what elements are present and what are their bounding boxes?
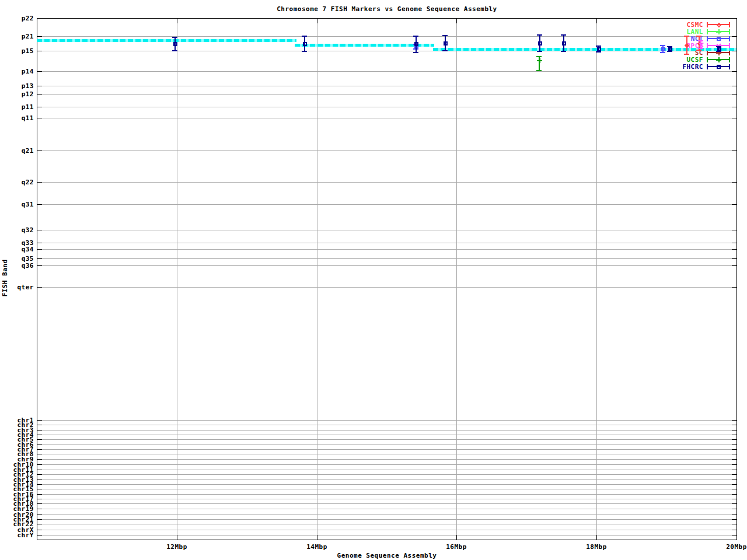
x-axis-label: 14Mbp — [294, 544, 340, 550]
y-tick-left — [37, 230, 42, 230]
error-bar-cap — [302, 36, 307, 37]
y-tick-left — [37, 107, 42, 107]
y-axis-label: p22 — [0, 16, 34, 21]
y-axis-label: p12 — [0, 92, 34, 97]
data-point-fhcrc — [173, 41, 178, 47]
x-axis-label: 16Mbp — [433, 544, 480, 550]
legend-sample-cap — [707, 36, 708, 41]
data-point-fhcrc — [537, 41, 543, 46]
marker-square — [444, 41, 448, 46]
y-axis-label: q34 — [0, 247, 34, 252]
y-tick-right — [732, 454, 736, 454]
legend-label-fhcrc: FHCRC — [642, 64, 703, 69]
error-bar-cap — [698, 40, 703, 41]
marker-plus-h — [716, 32, 721, 33]
x-tick-bottom — [317, 535, 317, 540]
marker-square — [661, 47, 665, 51]
y-tick-right — [732, 499, 736, 499]
chart-canvas: Chromosome 7 FISH Markers vs Genome Sequ… — [0, 0, 747, 560]
y-tick-left — [37, 459, 42, 460]
y-axis-label: q21 — [0, 148, 34, 153]
legend-label-lanl: LANL — [642, 29, 703, 34]
y-tick-right — [732, 494, 736, 495]
marker-plus-h — [716, 60, 721, 61]
y-tick-right — [732, 118, 736, 118]
y-tick-right — [732, 439, 736, 440]
y-tick-left — [37, 118, 42, 118]
marker-square — [668, 47, 672, 51]
error-bar-cap — [536, 56, 542, 57]
data-point-csmc — [685, 43, 690, 48]
y-tick-left — [37, 51, 42, 51]
x-tick-top — [456, 19, 457, 23]
y-axis-label: p14 — [0, 69, 34, 74]
y-tick-right — [732, 107, 736, 107]
y-tick-left — [37, 430, 42, 430]
data-point-fhcrc — [596, 47, 602, 52]
data-point-nci — [661, 47, 666, 52]
error-bar-cap — [696, 36, 701, 37]
y-tick-left — [37, 470, 42, 470]
y-tick-right — [732, 258, 736, 259]
y-axis-label: q11 — [0, 116, 34, 121]
y-tick-left — [37, 420, 42, 421]
x-axis-label: 20Mbp — [713, 544, 747, 550]
legend-sample-cap — [707, 22, 708, 27]
marker-square — [562, 41, 566, 46]
data-point-rpci — [699, 42, 704, 47]
data-point-fhcrc — [561, 41, 567, 46]
y-tick-right — [732, 464, 736, 465]
error-bar-cap — [660, 45, 665, 46]
y-tick-right — [732, 204, 736, 205]
legend-label-csmc: CSMC — [642, 22, 703, 27]
y-tick-left — [37, 535, 42, 536]
y-tick-right — [732, 51, 736, 51]
y-tick-left — [37, 474, 42, 475]
error-bar-cap — [684, 54, 689, 55]
y-tick-left — [37, 524, 42, 524]
y-tick-right — [732, 435, 736, 435]
y-tick-right — [732, 420, 736, 421]
y-tick-left — [37, 71, 42, 72]
legend-sample-cap — [729, 64, 730, 69]
y-axis-label: q35 — [0, 256, 34, 261]
y-tick-right — [732, 530, 736, 530]
x-tick-top — [177, 19, 177, 23]
y-tick-left — [37, 514, 42, 515]
assembly-track-segment — [433, 48, 736, 51]
y-tick-left — [37, 530, 42, 530]
x-tick-top — [596, 19, 597, 23]
legend-sample-cap — [707, 50, 708, 55]
legend-marker-nci — [716, 36, 721, 41]
y-axis-label: chrY — [0, 533, 34, 538]
y-tick-left — [37, 425, 42, 425]
error-bar-cap — [698, 48, 703, 49]
y-tick-right — [732, 243, 736, 243]
y-tick-left — [37, 249, 42, 250]
marker-square — [717, 65, 721, 69]
error-bar-cap — [536, 70, 542, 71]
error-bar-cap — [172, 37, 177, 38]
y-axis-label: qter — [0, 285, 34, 290]
y-tick-left — [37, 94, 42, 94]
y-axis-label: p13 — [0, 83, 34, 89]
error-bar-cap — [684, 36, 689, 37]
data-point-fhcrc — [668, 47, 673, 52]
y-tick-left — [37, 204, 42, 205]
y-tick-right — [732, 18, 736, 19]
y-tick-right — [732, 514, 736, 515]
legend-sample-cap — [707, 29, 708, 34]
x-tick-bottom — [736, 535, 737, 540]
error-bar-cap — [442, 35, 448, 36]
x-tick-bottom — [177, 535, 177, 540]
legend-marker-fhcrc — [716, 64, 721, 69]
y-tick-left — [37, 480, 42, 480]
y-tick-left — [37, 18, 42, 19]
data-point-fhcrc — [717, 47, 722, 52]
y-tick-right — [732, 287, 736, 288]
y-tick-right — [732, 71, 736, 72]
y-tick-left — [37, 464, 42, 465]
y-tick-right — [732, 425, 736, 425]
error-bar-cap — [413, 36, 418, 37]
y-tick-right — [732, 36, 736, 37]
